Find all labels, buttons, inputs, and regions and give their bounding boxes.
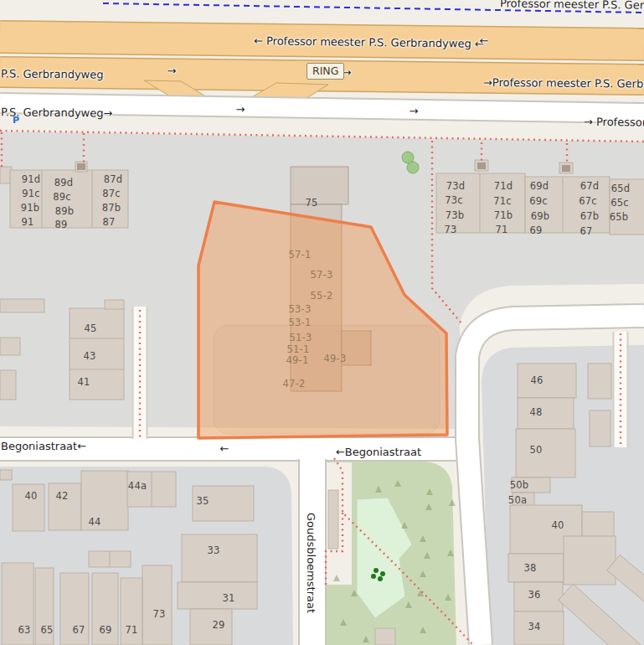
map-canvas[interactable]: 91d91c91b9189d89c89b8987d87c87b8773d73c7… xyxy=(0,0,644,645)
street-label-goudsbloemstraat: Goudsbloemstraat xyxy=(305,513,317,638)
park-building xyxy=(328,490,338,549)
ring-road-badge: RING xyxy=(307,63,344,80)
cycleway-line xyxy=(103,3,644,13)
park-building-south xyxy=(375,628,395,645)
map-drawing xyxy=(0,0,644,645)
park-area xyxy=(325,462,456,645)
parking-icon: P xyxy=(13,115,19,126)
